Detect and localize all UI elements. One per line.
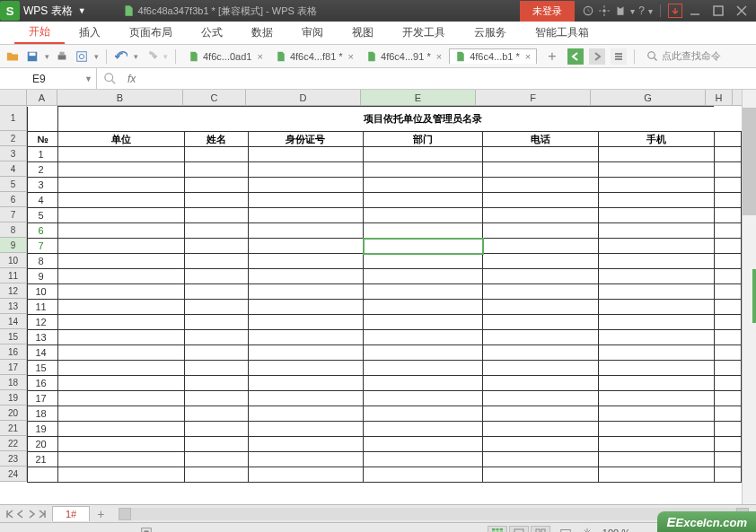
cell[interactable] [58,107,185,132]
cell[interactable] [185,223,248,239]
row-header[interactable]: 20 [0,406,26,421]
cell[interactable] [714,208,741,223]
cell[interactable] [714,467,741,483]
minimize-button[interactable] [690,5,700,16]
cell[interactable] [364,178,483,193]
row-header[interactable]: 17 [0,360,26,375]
cell[interactable] [58,452,185,467]
cell[interactable] [714,452,741,467]
cell[interactable] [598,178,714,193]
cell[interactable] [364,208,483,223]
cell[interactable] [185,162,248,178]
row-header[interactable]: 6 [0,192,26,207]
cell[interactable] [598,406,714,422]
undo-icon[interactable] [114,49,128,64]
cell[interactable] [598,284,714,300]
cell[interactable] [185,208,248,223]
cell[interactable] [364,376,483,391]
cell[interactable]: 12 [28,315,58,330]
cell[interactable] [58,147,185,162]
cell[interactable] [714,269,741,284]
menu-item[interactable]: 公式 [187,22,237,44]
cell[interactable] [185,269,248,284]
row-header[interactable]: 24 [0,467,26,482]
cell[interactable]: 项目依托单位及管理员名录 [364,107,483,132]
cell[interactable] [714,132,741,147]
cell[interactable]: 手机 [598,132,714,147]
cell[interactable]: № [28,132,58,147]
cell[interactable]: 1 [28,147,58,162]
cell[interactable] [248,254,364,269]
preview-dropdown[interactable]: ▾ [94,52,99,61]
redo-dropdown[interactable]: ▾ [163,52,168,61]
cell[interactable] [248,330,364,345]
cell[interactable] [248,300,364,315]
help-dropdown[interactable]: ▾ [648,6,653,16]
cell[interactable]: 21 [28,452,58,467]
view-break-button[interactable] [531,526,550,533]
cell[interactable] [248,239,364,254]
save-dropdown[interactable]: ▾ [45,52,49,61]
reading-mode-icon[interactable] [559,527,572,533]
row-header[interactable]: 12 [0,283,26,299]
menu-item[interactable]: 页面布局 [115,22,187,44]
cell[interactable] [364,345,483,361]
cell[interactable] [248,162,364,178]
cell[interactable] [483,208,599,223]
login-button[interactable]: 未登录 [520,1,575,22]
cell[interactable] [364,284,483,300]
cell[interactable] [248,361,364,376]
menu-item[interactable]: 云服务 [460,22,521,44]
cell[interactable] [714,345,741,361]
cell[interactable] [185,107,248,132]
sheet-prev-icon[interactable] [16,510,25,519]
cell[interactable] [483,467,599,483]
cell[interactable] [58,300,185,315]
cell[interactable] [248,391,364,406]
row-header[interactable]: 7 [0,207,26,222]
row-header[interactable]: 14 [0,314,26,329]
cell[interactable] [58,162,185,178]
cell[interactable] [598,437,714,452]
cell[interactable]: 13 [28,330,58,345]
cell[interactable]: 电话 [483,132,599,147]
cell[interactable]: 3 [28,178,58,193]
cell[interactable] [714,239,741,254]
cell[interactable] [483,361,599,376]
cell[interactable] [364,406,483,422]
cell[interactable] [364,391,483,406]
cell[interactable] [483,345,599,361]
cell[interactable] [364,315,483,330]
sheet-first-icon[interactable] [5,510,14,519]
document-tab[interactable]: 4f6c4...f81 *× [270,49,359,64]
cell[interactable]: 单位 [58,132,185,147]
row-header[interactable]: 11 [0,268,26,283]
cell[interactable] [364,361,483,376]
cell[interactable] [58,269,185,284]
cell[interactable] [714,315,741,330]
column-header[interactable]: A [27,90,57,105]
cell[interactable] [248,467,364,483]
save-icon[interactable] [25,49,40,64]
cell[interactable] [248,315,364,330]
menu-item[interactable]: 智能工具箱 [521,22,603,44]
cell[interactable]: 14 [28,345,58,361]
cell[interactable] [364,269,483,284]
cell[interactable] [58,391,185,406]
column-header[interactable]: E [361,90,476,105]
cell[interactable] [364,330,483,345]
cell[interactable] [185,147,248,162]
skin-icon[interactable] [614,4,627,17]
row-header[interactable]: 16 [0,344,26,360]
cell[interactable] [364,162,483,178]
sheet-tab-active[interactable]: 1# [52,506,90,521]
cell[interactable]: 19 [28,422,58,437]
cell[interactable] [58,178,185,193]
cell[interactable] [58,239,185,254]
cell[interactable] [248,193,364,208]
cell[interactable] [483,437,599,452]
cell[interactable] [248,223,364,239]
cell[interactable] [364,147,483,162]
cell[interactable] [364,254,483,269]
cell[interactable] [248,208,364,223]
